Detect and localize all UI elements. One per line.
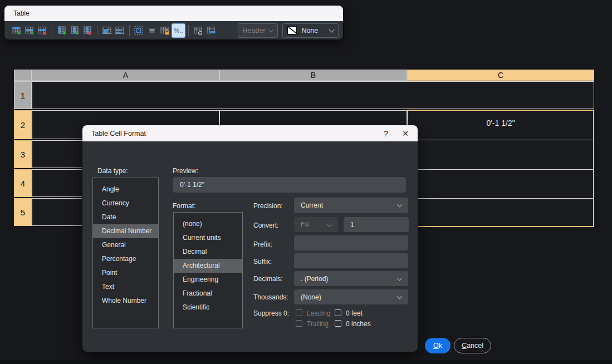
decimals-select[interactable]: . (Period) [294,271,408,286]
cell-format-icon[interactable]: %.. [172,23,185,38]
thousands-select[interactable]: (None) [294,289,408,304]
insert-row-below-icon[interactable] [23,23,36,38]
preview-field: 0'-1 1/2" [173,177,406,193]
convert-unit-value: f*# [301,221,309,229]
data-type-option[interactable]: Currency [93,196,158,210]
prefix-label: Prefix: [253,240,272,248]
data-type-option[interactable]: Text [93,280,158,294]
format-option[interactable]: (none) [174,217,242,231]
convert-factor-input[interactable]: 1 [344,217,409,232]
suffix-input[interactable] [294,253,408,268]
corner-header[interactable] [14,70,32,81]
lock-cell-icon[interactable] [158,23,171,38]
chevron-down-icon [268,27,274,32]
suffix-label: Suffix: [253,258,272,265]
chevron-down-icon [397,275,403,281]
data-type-option[interactable]: Date [93,210,158,224]
row-header-1[interactable]: 1 [14,81,32,109]
chevron-down-icon [327,221,332,227]
chevron-down-icon [397,293,403,299]
cell-alignment-icon[interactable] [145,23,158,38]
preview-label: Preview: [173,167,198,175]
insert-row-above-icon[interactable] [10,23,23,38]
cancel-button[interactable]: Cancel [454,338,491,353]
merge-cells-icon[interactable] [100,23,113,38]
recompute-table-icon[interactable] [192,23,204,38]
data-type-listbox: Angle Currency Date Decimal Number Gener… [92,178,159,328]
manage-content-icon[interactable] [204,23,217,38]
format-listbox: (none) Current units Decimal Architectur… [173,212,243,328]
data-type-option-selected[interactable]: Decimal Number [93,224,158,238]
precision-value: Current [301,201,323,209]
column-header-b[interactable]: B [219,70,407,81]
help-button[interactable]: ? [378,129,394,138]
delete-column-icon[interactable] [81,23,94,38]
convert-label: Convert: [253,222,278,229]
cell-c2-value[interactable]: 0'-1 1/2" [408,119,593,127]
row-header-5[interactable]: 5 [14,198,32,226]
convert-unit-select[interactable]: f*# [294,217,338,232]
data-type-option[interactable]: Whole Number [93,294,158,308]
row-header-3[interactable]: 3 [14,140,32,168]
suppress-leading-checkbox[interactable] [296,309,302,316]
format-option-selected[interactable]: Architectural [174,259,242,273]
grid-line [408,140,593,140]
suppress-trailing-checkbox[interactable] [296,320,302,327]
unmerge-cells-icon[interactable] [113,23,126,38]
precision-label: Precision: [253,202,283,210]
format-label: Format: [173,202,195,210]
selected-column-c-block[interactable]: 0'-1 1/2" [407,110,594,227]
dialog-body: Data type: Angle Currency Date Decimal N… [82,141,418,352]
no-color-swatch-icon [287,26,297,35]
toolbar-title[interactable]: Table [4,6,343,21]
row-header-4[interactable]: 4 [14,169,32,197]
header-style-select[interactable]: Header [238,23,278,38]
data-type-option[interactable]: Point [93,266,158,280]
ok-button-label: Ok [433,342,442,350]
chevron-down-icon [329,27,335,32]
suppress-0feet-checkbox[interactable] [335,309,341,316]
decimals-value: . (Period) [301,275,328,283]
data-type-label: Data type: [97,167,128,175]
toolbar-strip: %.. Header None [4,21,343,40]
grid-line [408,169,593,170]
column-header-a[interactable]: A [32,70,219,81]
column-header-c[interactable]: C [407,70,594,81]
insert-column-right-icon[interactable] [68,23,81,38]
delete-row-icon[interactable] [36,23,49,38]
header-style-value: Header [243,27,266,35]
cancel-button-label: Cancel [462,342,483,350]
format-option[interactable]: Scientific [174,301,242,314]
data-type-option[interactable]: Angle [93,183,158,196]
thousands-label: Thousands: [253,293,288,301]
suppress-0inches-checkbox[interactable] [335,320,341,327]
prefix-input[interactable] [294,235,408,250]
format-option[interactable]: Decimal [174,245,242,259]
cell-borders-icon[interactable] [133,23,145,38]
row-header-2[interactable]: 2 [14,110,32,139]
thousands-value: (None) [301,293,321,301]
cell-row1-merged[interactable] [32,81,594,109]
convert-factor-value: 1 [350,221,354,229]
border-color-select[interactable]: None [282,23,339,38]
window-bottom-edge [0,360,612,364]
close-icon[interactable]: ✕ [394,129,409,138]
chevron-down-icon [397,202,403,208]
format-option[interactable]: Fractional [174,287,242,301]
suppress-label: Suppress 0: [253,309,289,317]
precision-select[interactable]: Current [294,198,408,213]
grid-line [408,198,593,199]
format-option[interactable]: Current units [174,231,242,245]
insert-column-left-icon[interactable] [55,23,68,38]
data-type-option[interactable]: General [93,238,158,252]
decimals-label: Decimals: [253,275,283,283]
table-toolbar-panel: Table [4,6,343,40]
data-type-option[interactable]: Percentage [93,252,158,266]
ok-button[interactable]: Ok [425,338,451,353]
format-option[interactable]: Engineering [174,273,242,287]
toolbar-separator [97,25,97,36]
dialog-title: Table Cell Format [91,130,146,137]
toolbar-separator [188,25,189,36]
suppress-0feet-label: 0 feet [346,309,363,317]
toolbar-separator [129,25,130,36]
